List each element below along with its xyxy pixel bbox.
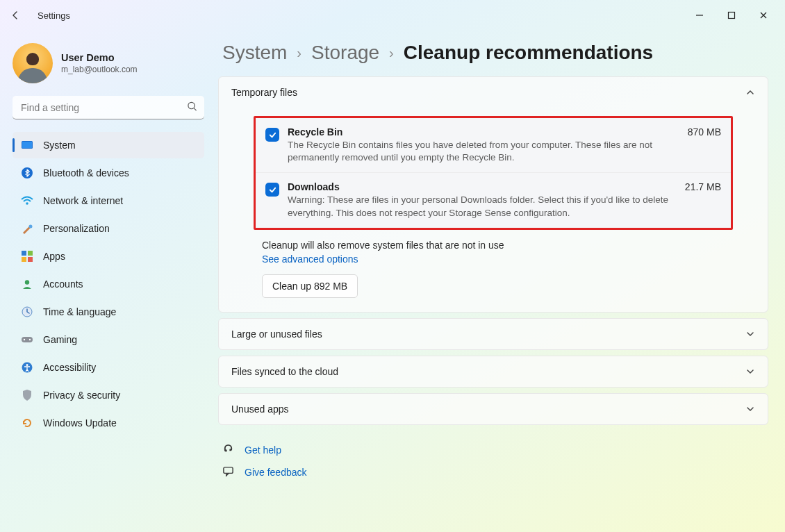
section-title: Large or unused files [231,329,322,340]
sidebar-item-personalization[interactable]: Personalization [13,215,204,242]
close-button[interactable] [747,5,779,26]
chevron-down-icon [745,329,755,339]
gaming-icon [21,333,33,346]
svg-rect-11 [22,257,26,262]
chevron-down-icon [745,367,755,376]
accessibility-icon [21,361,33,374]
back-button[interactable] [6,6,25,25]
svg-rect-20 [224,467,233,474]
sidebar-item-bluetooth[interactable]: Bluetooth & devices [13,160,204,186]
chevron-down-icon [745,404,755,414]
section-cloud-files: Files synced to the cloud [218,356,768,388]
item-title: Recycle Bin [288,126,672,138]
svg-point-7 [26,202,28,205]
checkbox-recycle-bin[interactable] [265,128,279,142]
apps-icon [21,250,33,263]
minimize-button[interactable] [684,5,716,26]
sidebar-item-time[interactable]: Time & language [13,299,204,325]
sidebar-item-label: Apps [43,251,65,262]
sidebar-item-label: System [43,140,76,151]
get-help-link[interactable]: Get help [222,439,768,461]
svg-rect-10 [28,251,33,256]
main-content: System › Storage › Cleanup recommendatio… [213,31,785,532]
bluetooth-icon [21,167,33,179]
clock-icon [21,306,33,318]
sidebar: User Demo m_lab@outlook.com System Bluet… [0,31,213,532]
sidebar-item-privacy[interactable]: Privacy & security [13,382,204,408]
cleanup-button[interactable]: Clean up 892 MB [262,274,358,298]
item-size: 21.7 MB [685,181,721,192]
window-title: Settings [38,10,70,21]
avatar [13,43,53,83]
give-feedback-link[interactable]: Give feedback [222,461,768,483]
section-header-large[interactable]: Large or unused files [219,319,768,349]
sidebar-item-update[interactable]: Windows Update [13,410,204,436]
link-label: Give feedback [245,467,307,478]
sidebar-item-label: Privacy & security [43,390,120,401]
cleanup-item-downloads[interactable]: Downloads Warning: These are files in yo… [256,172,731,227]
sidebar-item-accounts[interactable]: Accounts [13,271,204,297]
search-box [13,96,204,119]
section-header-cloud[interactable]: Files synced to the cloud [219,356,768,387]
user-email: m_lab@outlook.com [61,65,138,74]
breadcrumb-system[interactable]: System [222,42,287,64]
item-title: Downloads [288,181,670,192]
user-profile[interactable]: User Demo m_lab@outlook.com [13,38,204,96]
section-title: Temporary files [231,87,297,98]
sidebar-item-label: Personalization [43,223,110,234]
svg-point-2 [188,102,195,108]
footer-links: Get help Give feedback [218,431,768,483]
section-title: Files synced to the cloud [231,366,338,377]
checkbox-downloads[interactable] [265,183,279,197]
sidebar-item-label: Accounts [43,279,83,290]
svg-point-16 [24,339,25,340]
shield-icon [21,389,33,401]
account-icon [21,278,33,290]
section-unused-apps: Unused apps [218,393,768,425]
svg-rect-9 [22,251,26,256]
cleanup-note: Cleanup will also remove system files th… [262,240,761,251]
update-icon [21,417,33,429]
svg-point-19 [26,364,28,366]
chevron-right-icon: › [389,45,394,61]
sidebar-item-gaming[interactable]: Gaming [13,326,204,353]
svg-point-8 [29,225,33,228]
help-icon [222,443,235,457]
feedback-icon [222,465,235,479]
titlebar: Settings [0,0,785,31]
advanced-options-link[interactable]: See advanced options [262,253,358,265]
brush-icon [21,222,33,235]
sidebar-item-network[interactable]: Network & internet [13,188,204,214]
breadcrumb-storage[interactable]: Storage [311,42,379,64]
user-name: User Demo [61,52,138,63]
section-header-apps[interactable]: Unused apps [219,394,768,424]
item-description: The Recycle Bin contains files you have … [288,139,672,164]
cleanup-item-recycle-bin[interactable]: Recycle Bin The Recycle Bin contains fil… [256,118,731,172]
search-icon [187,101,197,115]
page-title: Cleanup recommendations [404,42,653,64]
sidebar-item-label: Accessibility [43,362,96,373]
svg-point-13 [25,280,29,284]
svg-line-3 [194,108,196,110]
sidebar-item-system[interactable]: System [13,132,204,158]
sidebar-item-accessibility[interactable]: Accessibility [13,354,204,381]
svg-rect-15 [22,337,33,342]
maximize-button[interactable] [716,5,747,26]
item-description: Warning: These are files in your persona… [288,194,670,219]
wifi-icon [21,194,33,207]
chevron-right-icon: › [297,45,301,61]
section-header-temporary[interactable]: Temporary files [219,77,768,108]
section-title: Unused apps [231,404,289,415]
link-label: Get help [245,444,281,456]
sidebar-item-label: Time & language [43,306,116,317]
sidebar-item-apps[interactable]: Apps [13,243,204,269]
sidebar-item-label: Windows Update [43,417,117,429]
section-temporary-files: Temporary files Recycle Bin The Recycle … [218,76,768,313]
svg-rect-5 [22,142,32,148]
system-icon [21,139,33,151]
search-input[interactable] [13,96,204,119]
item-size: 870 MB [688,126,721,138]
section-large-files: Large or unused files [218,318,768,350]
sidebar-item-label: Bluetooth & devices [43,167,129,178]
highlighted-region: Recycle Bin The Recycle Bin contains fil… [254,116,733,230]
